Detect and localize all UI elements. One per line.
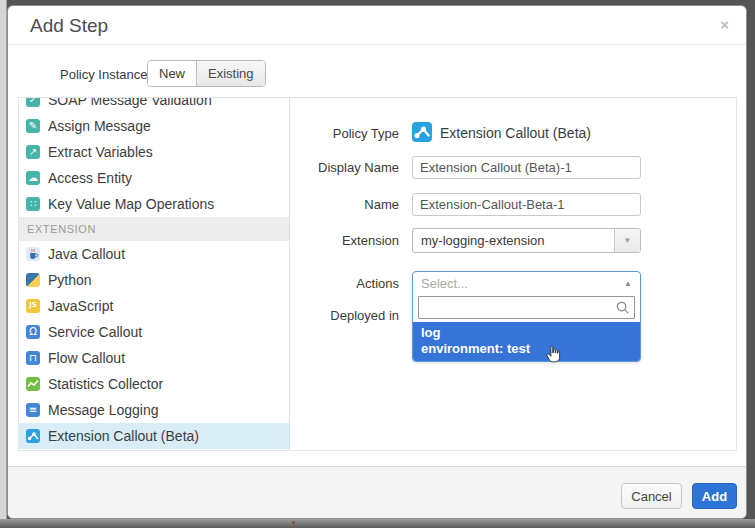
list-item-extract-variables[interactable]: ↗ Extract Variables [19,139,289,165]
close-icon[interactable]: × [720,17,729,32]
list-item-label: Service Callout [48,324,142,340]
policy-type-value: Extension Callout (Beta) [440,125,591,141]
actions-label: Actions [291,276,399,291]
policy-instance-existing-button[interactable]: Existing [196,61,265,86]
list-item-message-logging[interactable]: ≡ Message Logging [19,397,289,423]
list-item-label: Extension Callout (Beta) [48,428,199,444]
extension-callout-icon [26,429,40,443]
list-item-service-callout[interactable]: Ω Service Callout [19,319,289,345]
list-item-soap-message-validation[interactable]: ✓ SOAP Message Validation [19,98,289,113]
page-behind-left-strip [0,0,7,519]
actions-search [418,296,635,319]
java-callout-icon [26,247,40,261]
list-item-label: Key Value Map Operations [48,196,214,212]
list-item-label: Flow Callout [48,350,125,366]
service-callout-icon: Ω [26,325,40,339]
list-item-key-value-map-operations[interactable]: ∷ Key Value Map Operations [19,191,289,217]
policy-instance-new-button[interactable]: New [148,61,196,86]
extension-callout-icon [412,122,432,142]
extension-label: Extension [291,233,399,248]
javascript-icon: JS [26,299,40,313]
list-item-label: JavaScript [48,298,113,314]
list-item-statistics-collector[interactable]: Statistics Collector [19,371,289,397]
chevron-down-icon: ▼ [624,236,632,245]
dialog-header: Add Step × [8,6,746,45]
policy-type-list: ✓ SOAP Message Validation ✎ Assign Messa… [19,98,290,450]
extension-select-dropdown-button[interactable]: ▼ [614,229,640,252]
display-name-field[interactable] [412,156,641,179]
list-item-label: Access Entity [48,170,132,186]
dialog-title: Add Step [30,15,108,37]
actions-placeholder: Select... [421,276,468,291]
policy-instance-toggle: New Existing [147,60,266,87]
actions-search-input[interactable] [418,296,635,319]
policy-config-form: Policy Type Extension Callout (Beta) Dis… [291,98,736,450]
deployed-in-label: Deployed in [291,308,399,323]
actions-option-environment: environment: test [421,341,632,357]
list-item-python[interactable]: Python [19,267,289,293]
key-value-map-icon: ∷ [26,197,40,211]
list-item-java-callout[interactable]: Java Callout [19,241,289,267]
access-entity-icon: ☁ [26,171,40,185]
list-item-label: Java Callout [48,246,125,262]
list-item-label: Message Logging [48,402,159,418]
chevron-up-icon: ▲ [624,279,632,288]
actions-option-log[interactable]: log environment: test [413,322,640,361]
dialog-footer: Cancel Add [8,466,746,518]
page-behind-detail [292,521,295,524]
actions-option-name: log [421,325,632,341]
extract-variables-icon: ↗ [26,145,40,159]
list-item-label: SOAP Message Validation [48,98,212,108]
soap-message-validation-icon: ✓ [26,98,40,107]
name-field[interactable] [412,193,641,216]
search-icon [615,300,630,319]
statistics-collector-icon [26,377,40,391]
extension-select-value: my-logging-extension [413,229,614,252]
name-label: Name [291,197,399,212]
actions-dropdown-control[interactable]: Select... ▲ [413,272,640,295]
actions-dropdown: Select... ▲ log environment: test [412,271,641,362]
list-item-flow-callout[interactable]: ⊓ Flow Callout [19,345,289,371]
list-item-access-entity[interactable]: ☁ Access Entity [19,165,289,191]
flow-callout-icon: ⊓ [26,351,40,365]
extension-section-header: EXTENSION [19,217,289,241]
python-icon [26,273,40,287]
cancel-button[interactable]: Cancel [621,483,682,509]
extension-select[interactable]: my-logging-extension ▼ [412,228,641,253]
list-item-label: Extract Variables [48,144,153,160]
display-name-label: Display Name [291,160,399,175]
assign-message-icon: ✎ [26,119,40,133]
policy-type-label: Policy Type [291,126,399,141]
dialog-body: ✓ SOAP Message Validation ✎ Assign Messa… [18,97,737,451]
page-behind-bottom-band [0,519,755,528]
list-item-label: Python [48,272,92,288]
list-item-assign-message[interactable]: ✎ Assign Message [19,113,289,139]
list-item-javascript[interactable]: JS JavaScript [19,293,289,319]
policy-instance-label: Policy Instance [60,67,147,82]
list-item-label: Statistics Collector [48,376,163,392]
add-button[interactable]: Add [692,483,737,509]
add-step-dialog: Add Step × Policy Instance New Existing … [7,5,747,519]
message-logging-icon: ≡ [26,403,40,417]
list-item-extension-callout-beta[interactable]: Extension Callout (Beta) [19,423,289,449]
list-item-label: Assign Message [48,118,151,134]
